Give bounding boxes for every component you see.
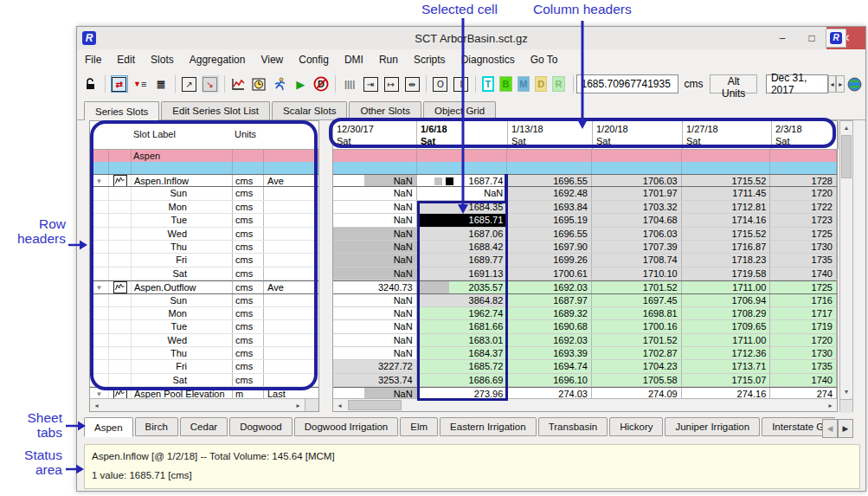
cell-aspen-outflow-2-3-18[interactable]: 1725 bbox=[770, 281, 837, 293]
cell-mon-1-13-18[interactable]: 1693.84 bbox=[507, 201, 592, 213]
view-tab-scalar-slots[interactable]: Scalar Slots bbox=[272, 101, 347, 119]
cell-mon-1-27-18[interactable]: 1712.81 bbox=[682, 201, 771, 213]
cell-aspen-inflow-1-20-18[interactable]: 1706.03 bbox=[592, 175, 682, 186]
menu-go-to[interactable]: Go To bbox=[523, 50, 566, 69]
scroll-track[interactable] bbox=[346, 399, 824, 411]
cell-tue-1-6-18[interactable]: 1681.66 bbox=[417, 320, 508, 332]
cell-mon-2-3-18[interactable]: 1717 bbox=[770, 307, 837, 319]
cell-thu-1-13-18[interactable]: 1693.39 bbox=[507, 347, 592, 359]
cell-wed-1-27-18[interactable]: 1715.52 bbox=[682, 228, 771, 240]
sheet-tab-eastern-irrigation[interactable]: Eastern Irrigation bbox=[440, 417, 537, 436]
row-header-sat-15[interactable]: Satcms bbox=[90, 374, 318, 387]
output-flag-button[interactable]: O bbox=[432, 75, 449, 93]
cell-sun-1-13-18[interactable]: 1692.48 bbox=[507, 187, 592, 199]
row-header-thu-5[interactable]: Thucms bbox=[90, 241, 318, 254]
open-slot-button[interactable]: ↗ bbox=[181, 75, 198, 93]
row-header-sat-7[interactable]: Satcms bbox=[90, 267, 318, 280]
sheet-tab-birch[interactable]: Birch bbox=[135, 417, 178, 436]
sheet-tab-transbasin[interactable]: Transbasin bbox=[538, 417, 608, 436]
row-header-mon-10[interactable]: Moncms bbox=[90, 307, 318, 320]
cell-sun-2-3-18[interactable]: 1720 bbox=[770, 187, 837, 199]
spacer-row[interactable] bbox=[90, 162, 318, 174]
row-header-wed-4[interactable]: Wedcms bbox=[90, 228, 318, 241]
cell-wed-12-30-17[interactable]: NaN bbox=[333, 228, 417, 240]
view-tab-edit-series-slot-list[interactable]: Edit Series Slot List bbox=[161, 101, 270, 119]
object-row-data[interactable] bbox=[333, 150, 837, 162]
goto-current-timestep-button[interactable]: ↦ bbox=[383, 75, 400, 93]
row-header-wed-12[interactable]: Wedcms bbox=[90, 334, 318, 347]
cell-mon-12-30-17[interactable]: NaN bbox=[333, 201, 417, 213]
cell-fri-1-20-18[interactable]: 1704.23 bbox=[592, 360, 682, 372]
cell-sun-12-30-17[interactable]: NaN bbox=[333, 187, 417, 199]
cell-wed-1-27-18[interactable]: 1711.00 bbox=[682, 334, 771, 346]
row-header-tue-11[interactable]: Tuecms bbox=[90, 320, 318, 333]
cell-tue-2-3-18[interactable]: 1723 bbox=[770, 214, 837, 226]
cell-tue-2-3-18[interactable]: 1719 bbox=[770, 320, 837, 332]
cell-wed-1-13-18[interactable]: 1696.55 bbox=[507, 228, 592, 240]
cell-sat-1-20-18[interactable]: 1710.10 bbox=[592, 267, 682, 280]
cell-thu-1-27-18[interactable]: 1716.87 bbox=[682, 241, 771, 253]
cell-wed-1-20-18[interactable]: 1701.52 bbox=[592, 334, 682, 346]
menu-slots[interactable]: Slots bbox=[143, 50, 182, 69]
diagnostics-off-button[interactable]: D bbox=[312, 75, 330, 93]
menu-file[interactable]: File bbox=[77, 50, 109, 69]
sheet-tab-hickory[interactable]: Hickory bbox=[609, 417, 663, 436]
cell-sat-1-27-18[interactable]: 1715.07 bbox=[682, 374, 771, 386]
cell-tue-1-13-18[interactable]: 1695.19 bbox=[507, 214, 592, 226]
cell-tue-1-20-18[interactable]: 1700.16 bbox=[592, 320, 682, 332]
cell-wed-2-3-18[interactable]: 1720 bbox=[770, 334, 837, 346]
cell-sat-2-3-18[interactable]: 1740 bbox=[770, 267, 837, 280]
show-rows-button[interactable]: ≣ bbox=[152, 75, 170, 93]
cell-sun-1-27-18[interactable]: 1711.45 bbox=[682, 187, 771, 199]
goto-timestep-range-button[interactable]: ⇹ bbox=[403, 75, 421, 93]
row-header-sun-9[interactable]: Suncms bbox=[90, 294, 318, 307]
cell-sat-1-6-18[interactable]: 1686.69 bbox=[417, 374, 508, 386]
cell-mon-1-6-18[interactable]: 1684.35 bbox=[417, 201, 508, 213]
cell-fri-1-13-18[interactable]: 1694.74 bbox=[507, 360, 592, 372]
cell-mon-1-6-18[interactable]: 1962.74 bbox=[417, 307, 508, 319]
cell-thu-1-20-18[interactable]: 1702.87 bbox=[592, 347, 682, 359]
alt-units-button[interactable]: Alt Units bbox=[710, 74, 756, 93]
sheet-tab-juniper-irrigation[interactable]: Juniper Irrigation bbox=[665, 417, 760, 436]
cell-tue-1-20-18[interactable]: 1704.68 bbox=[592, 214, 682, 226]
cell-aspen-inflow-1-13-18[interactable]: 1696.55 bbox=[507, 175, 592, 186]
goto-first-timestep-button[interactable]: ⇥ bbox=[362, 75, 379, 93]
view-tab-series-slots[interactable]: Series Slots bbox=[84, 101, 159, 120]
timestep-columns-icon[interactable]: |||| bbox=[341, 75, 358, 93]
cell-sun-1-20-18[interactable]: 1697.45 bbox=[592, 294, 682, 306]
cell-aspen-outflow-12-30-17[interactable]: 3240.73 bbox=[333, 281, 417, 293]
cell-sat-1-20-18[interactable]: 1705.58 bbox=[592, 374, 682, 386]
expander-icon[interactable]: ▼ bbox=[90, 175, 109, 186]
column-header-1-6-18[interactable]: 1/6/18Sat bbox=[417, 121, 508, 149]
row-header-hscrollbar[interactable]: ◂ ▸ bbox=[90, 398, 318, 411]
cell-wed-1-6-18[interactable]: 1687.06 bbox=[417, 228, 508, 240]
scroll-track[interactable] bbox=[103, 399, 292, 411]
rules-flag-button[interactable]: R bbox=[552, 76, 564, 92]
cell-sat-12-30-17[interactable]: 3253.74 bbox=[333, 374, 417, 386]
cell-aspen-inflow-2-3-18[interactable]: 1728 bbox=[770, 175, 837, 186]
cell-thu-1-13-18[interactable]: 1697.90 bbox=[507, 241, 592, 253]
data-vscrollbar[interactable]: ▴ ▾ bbox=[839, 120, 853, 412]
cell-wed-1-13-18[interactable]: 1692.03 bbox=[507, 334, 592, 346]
cell-tue-12-30-17[interactable]: NaN bbox=[333, 214, 417, 226]
cell-aspen-outflow-1-27-18[interactable]: 1711.00 bbox=[682, 281, 771, 293]
cell-tue-1-13-18[interactable]: 1690.68 bbox=[507, 320, 592, 332]
menu-scripts[interactable]: Scripts bbox=[406, 50, 453, 69]
row-header-thu-13[interactable]: Thucms bbox=[90, 347, 318, 360]
scroll-thumb[interactable] bbox=[348, 400, 402, 410]
cell-thu-1-27-18[interactable]: 1712.36 bbox=[682, 347, 771, 359]
menu-aggregation[interactable]: Aggregation bbox=[182, 50, 254, 69]
input-flag-button[interactable]: I bbox=[453, 75, 470, 93]
cell-fri-2-3-18[interactable]: 1735 bbox=[770, 360, 837, 372]
cell-sat-1-13-18[interactable]: 1700.61 bbox=[507, 267, 592, 280]
column-header-12-30-17[interactable]: 12/30/17Sat bbox=[333, 121, 417, 149]
date-field[interactable]: Dec 31, 2017 bbox=[766, 74, 828, 93]
cell-wed-12-30-17[interactable]: NaN bbox=[333, 334, 417, 346]
cell-sun-12-30-17[interactable]: NaN bbox=[333, 294, 417, 306]
sheet-tab-cedar[interactable]: Cedar bbox=[180, 417, 228, 436]
cell-fri-12-30-17[interactable]: NaN bbox=[333, 254, 417, 266]
cell-fri-2-3-18[interactable]: 1735 bbox=[770, 254, 837, 266]
best-flag-button[interactable]: B bbox=[499, 76, 511, 92]
cell-sun-1-13-18[interactable]: 1687.97 bbox=[507, 294, 592, 306]
cell-fri-1-13-18[interactable]: 1699.26 bbox=[507, 254, 592, 266]
